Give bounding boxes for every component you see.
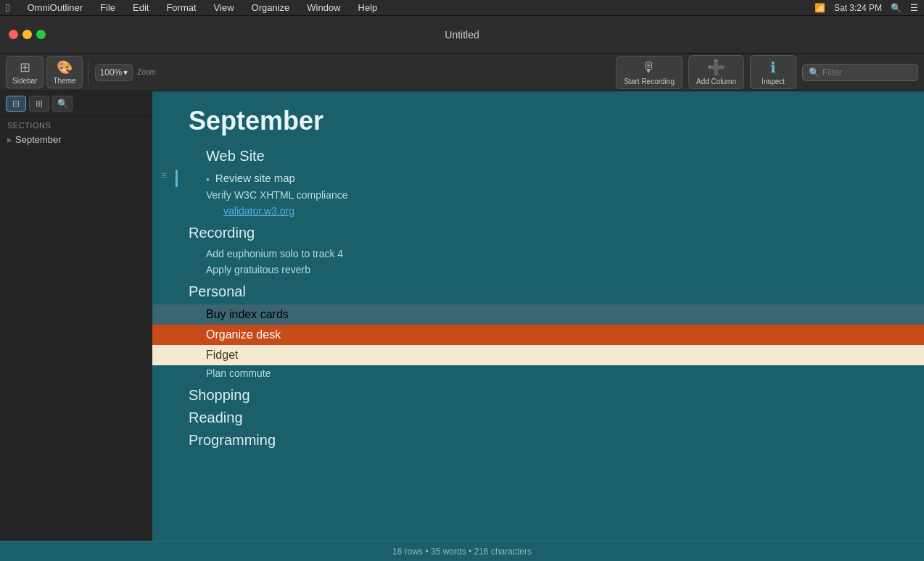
search-icon: 🔍 <box>809 67 820 78</box>
list-item[interactable]: Buy index cards <box>152 304 924 325</box>
start-recording-button[interactable]: 🎙 Start Recording <box>616 56 682 89</box>
chevron-right-icon: ▶ <box>7 136 12 144</box>
apple-menu[interactable]:  <box>6 1 9 14</box>
sidebar-item-september[interactable]: ▶ September <box>0 131 152 148</box>
section-shopping: Shopping <box>189 387 902 404</box>
menu-view[interactable]: View <box>211 2 237 13</box>
menubar-wifi-icon: 📶 <box>814 3 825 13</box>
theme-icon: 🎨 <box>57 59 73 75</box>
maximize-button[interactable] <box>36 30 46 39</box>
inspect-label: Inspect <box>762 78 785 86</box>
toolbar: ⊞ Sidebar 🎨 Theme 100% ▾ Zoom 🎙 Start Re… <box>0 54 924 91</box>
toolbar-right-group: 🎙 Start Recording ➕ Add Column ℹ Inspect… <box>616 55 918 89</box>
section-reading: Reading <box>189 410 902 426</box>
sidebar-toolbar: ⊟ ⊞ 🔍 <box>0 91 152 117</box>
list-item[interactable]: Add euphonium solo to track 4 <box>189 246 902 262</box>
main-layout: ⊟ ⊞ 🔍 Sections ▶ September ≡ September W… <box>0 91 924 541</box>
window-title: Untitled <box>445 29 479 41</box>
list-item[interactable]: Fidget <box>152 345 924 365</box>
status-bar: 16 rows • 35 words • 216 characters <box>0 541 924 561</box>
sidebar-search-button[interactable]: 🔍 <box>52 96 73 112</box>
menu-bar:  OmniOutliner File Edit Format View Org… <box>0 0 924 16</box>
sidebar-label: Sidebar <box>12 77 37 85</box>
menubar-search-icon[interactable]: 🔍 <box>891 3 902 13</box>
traffic-lights <box>0 30 54 39</box>
menu-window[interactable]: Window <box>304 2 343 13</box>
sidebar-outline-view-button[interactable]: ⊟ <box>6 96 26 112</box>
close-button[interactable] <box>9 30 18 39</box>
search-box[interactable]: 🔍 Filter <box>802 64 918 81</box>
inspect-icon: ℹ <box>770 59 776 76</box>
zoom-chevron-icon: ▾ <box>123 67 128 78</box>
menubar-right: 📶 Sat 3:24 PM 🔍 ☰ <box>814 3 918 13</box>
theme-button[interactable]: 🎨 Theme <box>46 56 82 88</box>
list-item-link[interactable]: validator.w3.org <box>189 203 902 219</box>
section-recording: Recording <box>189 225 902 241</box>
menubar-time: Sat 3:24 PM <box>834 3 882 13</box>
start-recording-label: Start Recording <box>624 78 674 86</box>
microphone-icon: 🎙 <box>642 59 656 76</box>
section-personal: Personal <box>189 283 902 300</box>
sidebar-item-label: September <box>15 134 62 145</box>
section-website: Web Site <box>189 148 902 165</box>
sidebar-button[interactable]: ⊞ Sidebar <box>6 56 44 88</box>
row-handle-icon: ≡ <box>161 170 167 181</box>
add-column-icon: ➕ <box>707 59 725 76</box>
add-column-label: Add Column <box>696 78 736 86</box>
zoom-control[interactable]: 100% ▾ <box>95 64 133 81</box>
list-item[interactable]: Plan commute <box>189 365 902 381</box>
menu-edit[interactable]: Edit <box>130 2 152 13</box>
status-text: 16 rows • 35 words • 216 characters <box>392 547 532 557</box>
list-item[interactable]: ● Review site map <box>189 169 902 187</box>
menu-organize[interactable]: Organize <box>249 2 293 13</box>
sidebar-style-view-button[interactable]: ⊞ <box>29 96 49 112</box>
minimize-button[interactable] <box>22 30 32 39</box>
zoom-value: 100% <box>100 67 123 78</box>
list-item[interactable]: Organize desk <box>152 325 924 345</box>
row-selection-indicator <box>176 170 178 187</box>
sidebar-icon: ⊞ <box>20 59 30 75</box>
search-placeholder: Filter <box>822 67 842 78</box>
menubar-list-icon[interactable]: ☰ <box>910 3 918 13</box>
menu-help[interactable]: Help <box>355 2 381 13</box>
titlebar: Untitled <box>0 16 924 54</box>
theme-label: Theme <box>53 77 75 85</box>
toolbar-separator-1 <box>88 59 89 86</box>
add-column-button[interactable]: ➕ Add Column <box>688 55 744 89</box>
sidebar: ⊟ ⊞ 🔍 Sections ▶ September <box>0 91 152 541</box>
menu-format[interactable]: Format <box>163 2 199 13</box>
inspect-button[interactable]: ℹ Inspect <box>750 55 796 89</box>
section-programming: Programming <box>189 432 902 449</box>
content-area: ≡ September Web Site ● Review site map V… <box>152 91 924 541</box>
zoom-label: Zoom <box>137 68 156 76</box>
menu-file[interactable]: File <box>97 2 118 13</box>
bullet-icon: ● <box>206 176 210 183</box>
sections-label: Sections <box>0 117 152 131</box>
list-item[interactable]: Verify W3C XHTML compliance <box>189 187 902 203</box>
document-title: September <box>189 106 902 136</box>
list-item[interactable]: Apply gratuitous reverb <box>189 262 902 278</box>
menu-app-name[interactable]: OmniOutliner <box>24 2 86 13</box>
